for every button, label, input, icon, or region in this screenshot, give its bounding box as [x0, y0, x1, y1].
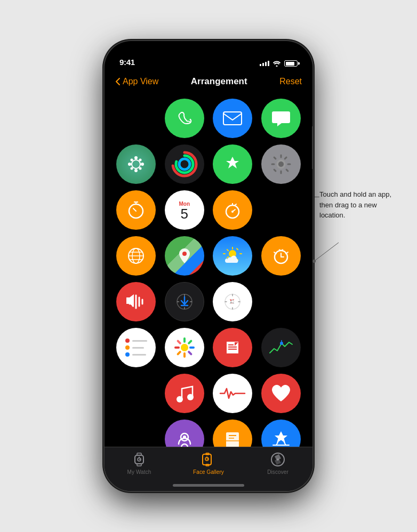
svg-rect-0: [223, 112, 242, 125]
svg-line-74: [314, 243, 339, 261]
back-button[interactable]: App View: [115, 77, 158, 86]
reset-button[interactable]: Reset: [279, 77, 302, 86]
page-title: Arrangement: [191, 76, 247, 87]
svg-rect-51: [226, 432, 239, 447]
home-indicator: [173, 484, 244, 487]
weather-app[interactable]: [213, 236, 252, 276]
svg-point-50: [183, 436, 186, 439]
tab-discover[interactable]: Discover: [256, 452, 299, 475]
svg-point-3: [134, 169, 138, 172]
svg-point-7: [139, 159, 142, 162]
svg-line-21: [235, 204, 236, 206]
photos-app[interactable]: [165, 328, 204, 367]
tab-discover-label: Discover: [267, 469, 288, 475]
podcasts-app[interactable]: [165, 420, 204, 447]
svg-point-73: [277, 458, 279, 461]
activity-app[interactable]: [165, 144, 204, 184]
svg-point-47: [177, 396, 183, 402]
battery-icon: [284, 60, 298, 67]
svg-rect-61: [137, 453, 141, 455]
svg-point-9: [139, 167, 142, 170]
tab-face-gallery-label: Face Gallery: [193, 469, 224, 475]
tab-face-gallery[interactable]: Face Gallery: [187, 452, 230, 475]
svg-rect-66: [203, 454, 211, 465]
svg-rect-62: [137, 464, 141, 466]
calendar-app[interactable]: Mon 5: [165, 190, 204, 230]
app-grid-container: Mon 5: [105, 93, 312, 447]
svg-point-29: [182, 252, 187, 256]
news-app[interactable]: [213, 328, 252, 367]
nav-bar: App View Arrangement Reset: [105, 70, 312, 93]
status-icons: [260, 60, 298, 67]
svg-point-5: [141, 163, 144, 166]
books-app[interactable]: [213, 420, 252, 447]
maps-app[interactable]: [165, 236, 204, 276]
callout-text: Touch and hold an app, then drag to a ne…: [319, 189, 402, 221]
svg-point-4: [128, 163, 131, 166]
messages-app[interactable]: [261, 99, 301, 138]
world-clock-app[interactable]: [116, 236, 156, 276]
mail-app[interactable]: [213, 99, 252, 138]
phone-app[interactable]: [165, 99, 204, 138]
timer-app[interactable]: [116, 190, 156, 230]
status-time: 9:41: [119, 58, 135, 67]
svg-point-13: [278, 162, 284, 167]
compass-app[interactable]: [165, 282, 204, 321]
svg-point-6: [131, 159, 133, 162]
svg-point-2: [134, 156, 138, 159]
svg-point-75: [312, 260, 316, 263]
alarm-app[interactable]: [261, 236, 301, 276]
reminders-app[interactable]: [116, 328, 156, 367]
settings-app[interactable]: [261, 144, 301, 184]
dynamic-island: [177, 47, 240, 66]
back-label: App View: [123, 77, 158, 86]
heart-rate-app[interactable]: [261, 374, 301, 413]
tab-my-watch[interactable]: My Watch: [118, 452, 161, 475]
music-app[interactable]: [165, 374, 204, 413]
callout-annotation: Touch and hold an app, then drag to a ne…: [319, 189, 402, 221]
workout-app[interactable]: [213, 144, 252, 184]
health-ecg-app[interactable]: [213, 374, 252, 413]
wifi-icon: [272, 60, 281, 67]
svg-point-48: [187, 394, 194, 400]
app-grid: Mon 5: [105, 93, 312, 447]
phone-frame: 9:41: [105, 41, 312, 491]
signal-icon: [260, 61, 269, 66]
stopwatch-app[interactable]: [213, 190, 252, 230]
app-store-app[interactable]: [261, 420, 301, 447]
svg-point-23: [231, 211, 234, 213]
noise-app[interactable]: [116, 282, 156, 321]
svg-line-18: [133, 208, 136, 211]
svg-point-45: [280, 342, 283, 345]
svg-point-44: [181, 344, 188, 351]
tab-my-watch-label: My Watch: [127, 469, 151, 475]
discover-icon: [270, 452, 286, 467]
face-gallery-icon: [201, 452, 216, 467]
svg-point-8: [131, 167, 133, 170]
side-button: [312, 126, 312, 169]
mindfulness-app[interactable]: [116, 144, 156, 184]
svg-point-43: [231, 300, 234, 303]
svg-point-12: [179, 159, 190, 170]
stocks-app[interactable]: [261, 328, 301, 367]
svg-point-1: [132, 160, 140, 168]
my-watch-icon: [131, 452, 147, 467]
compass2-app[interactable]: [213, 282, 252, 321]
